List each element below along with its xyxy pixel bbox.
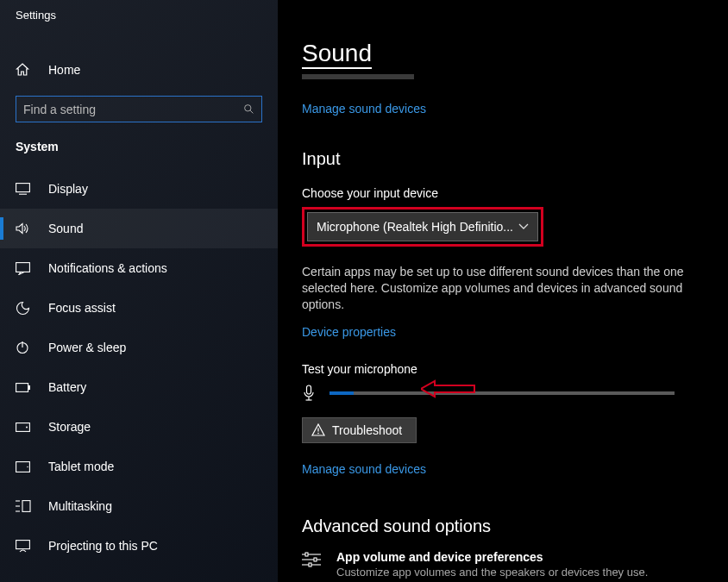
- manage-sound-devices-link-2[interactable]: Manage sound devices: [302, 462, 426, 476]
- sidebar-item-label: Projecting to this PC: [48, 539, 158, 553]
- sidebar-item-projecting[interactable]: Projecting to this PC: [0, 526, 278, 566]
- nav-home[interactable]: Home: [0, 54, 278, 85]
- microphone-icon: [302, 385, 321, 402]
- svg-rect-16: [22, 501, 30, 512]
- sidebar-item-focus-assist[interactable]: Focus assist: [0, 288, 278, 328]
- sidebar-item-label: Multitasking: [48, 499, 112, 513]
- search-icon: [243, 103, 254, 115]
- chevron-down-icon: [518, 223, 529, 230]
- storage-icon: [16, 422, 33, 432]
- sidebar-item-tablet-mode[interactable]: Tablet mode: [0, 447, 278, 486]
- svg-rect-24: [305, 553, 308, 556]
- advanced-item-desc: Customize app volumes and the speakers o…: [336, 566, 648, 579]
- sidebar-item-label: Notifications & actions: [48, 261, 167, 275]
- sidebar-section-title: System: [0, 135, 278, 157]
- mic-level-bar: [329, 391, 675, 395]
- multitasking-icon: [16, 500, 33, 512]
- svg-rect-9: [16, 422, 30, 431]
- svg-rect-18: [307, 385, 311, 394]
- sidebar-item-label: Tablet mode: [48, 460, 114, 473]
- nav-list: Display Sound Notifications & actions Fo…: [0, 169, 278, 566]
- sidebar-item-storage[interactable]: Storage: [0, 407, 278, 447]
- sidebar-item-multitasking[interactable]: Multitasking: [0, 486, 278, 526]
- troubleshoot-button[interactable]: Troubleshoot: [302, 417, 417, 443]
- warning-icon: [311, 423, 325, 436]
- sidebar-item-label: Battery: [48, 380, 86, 394]
- mic-level-fill: [329, 391, 354, 395]
- manage-sound-devices-link[interactable]: Manage sound devices: [302, 102, 426, 116]
- svg-rect-2: [16, 184, 30, 192]
- focus-assist-icon: [16, 301, 33, 316]
- mic-test-row: [302, 385, 704, 402]
- search-input-wrap[interactable]: [16, 96, 262, 122]
- battery-icon: [16, 383, 33, 392]
- svg-rect-7: [16, 383, 28, 391]
- svg-rect-26: [314, 558, 317, 561]
- sidebar-item-label: Focus assist: [48, 301, 116, 315]
- svg-rect-28: [309, 563, 311, 566]
- dropdown-selected-value: Microphone (Realtek High Definitio...: [317, 220, 513, 234]
- input-description-text: Certain apps may be set up to use differ…: [302, 264, 686, 313]
- choose-input-label: Choose your input device: [302, 186, 704, 200]
- annotation-arrow: [421, 379, 476, 398]
- test-mic-label: Test your microphone: [302, 362, 704, 376]
- search-input[interactable]: [23, 103, 243, 116]
- sidebar-item-power-sleep[interactable]: Power & sleep: [0, 328, 278, 367]
- svg-point-22: [317, 433, 319, 435]
- device-properties-link[interactable]: Device properties: [302, 325, 396, 339]
- sound-icon: [16, 222, 33, 235]
- power-icon: [16, 341, 33, 354]
- input-device-dropdown[interactable]: Microphone (Realtek High Definitio...: [307, 212, 538, 241]
- advanced-item-title: App volume and device preferences: [336, 550, 648, 564]
- sidebar-item-label: Display: [48, 182, 88, 196]
- svg-rect-17: [16, 540, 30, 548]
- sidebar-item-sound[interactable]: Sound: [0, 209, 278, 248]
- sidebar: Settings Home System Display Sound: [0, 0, 278, 582]
- advanced-section-header: Advanced sound options: [302, 516, 704, 536]
- sliders-icon: [302, 552, 324, 567]
- sidebar-item-display[interactable]: Display: [0, 169, 278, 209]
- sidebar-item-battery[interactable]: Battery: [0, 367, 278, 407]
- title-underline-bar: [302, 74, 414, 79]
- troubleshoot-label: Troubleshoot: [332, 423, 402, 437]
- svg-line-1: [250, 110, 253, 113]
- main-content: Sound Manage sound devices Input Choose …: [278, 0, 728, 582]
- app-title: Settings: [0, 0, 278, 22]
- page-title: Sound: [302, 40, 372, 69]
- annotation-highlight-box: Microphone (Realtek High Definitio...: [302, 207, 543, 247]
- sidebar-item-label: Power & sleep: [48, 341, 126, 354]
- svg-point-10: [26, 426, 28, 428]
- notifications-icon: [16, 262, 33, 275]
- nav-home-label: Home: [48, 63, 80, 77]
- svg-point-12: [27, 466, 28, 466]
- sidebar-item-label: Storage: [48, 420, 91, 434]
- display-icon: [16, 183, 33, 195]
- home-icon: [16, 63, 33, 77]
- svg-rect-4: [16, 262, 30, 272]
- svg-rect-8: [28, 385, 30, 390]
- svg-point-0: [245, 105, 251, 111]
- sidebar-item-notifications[interactable]: Notifications & actions: [0, 248, 278, 288]
- tablet-icon: [16, 461, 33, 472]
- projecting-icon: [16, 540, 33, 553]
- sidebar-item-label: Sound: [48, 222, 83, 235]
- advanced-option-app-volume[interactable]: App volume and device preferences Custom…: [302, 550, 704, 579]
- input-section-header: Input: [302, 149, 704, 169]
